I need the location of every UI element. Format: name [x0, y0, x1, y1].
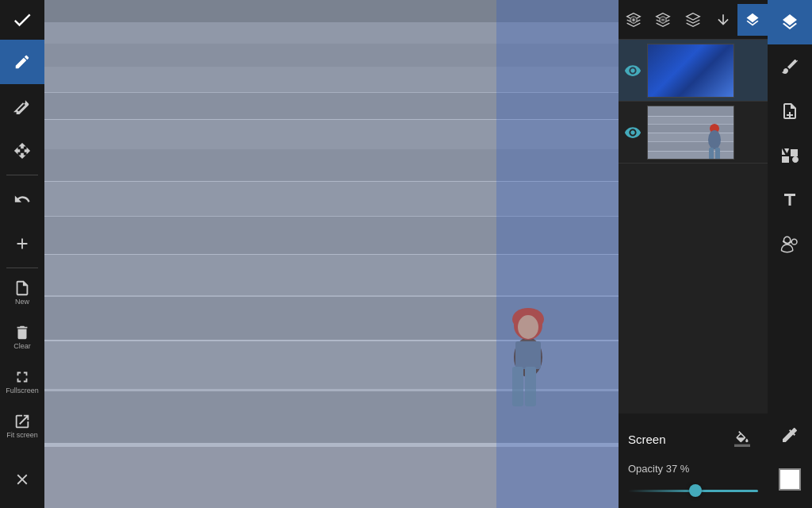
blend-mode-button[interactable] — [726, 423, 758, 455]
move-layer-down-icon — [715, 12, 731, 28]
canvas-image — [44, 0, 623, 508]
new-document-icon — [13, 279, 31, 297]
close-icon — [13, 471, 31, 488]
fitscreen-label: Fit screen — [6, 432, 38, 439]
svg-rect-53 — [715, 148, 720, 160]
brush-icon — [780, 57, 799, 76]
move-layer-down-button[interactable] — [708, 4, 738, 36]
new-button[interactable]: New — [0, 270, 44, 314]
add-button[interactable] — [0, 221, 44, 266]
confirm-button[interactable] — [0, 0, 44, 40]
layer-2-visibility-toggle[interactable] — [619, 102, 647, 164]
merge-layers-icon — [685, 12, 701, 28]
remove-layer-icon — [655, 12, 671, 28]
add-layer-button[interactable] — [619, 4, 649, 36]
move-icon — [13, 142, 31, 160]
svg-rect-35 — [525, 367, 536, 406]
layers-view-button[interactable] — [737, 4, 768, 36]
eye-icon-1 — [624, 62, 642, 79]
pen-tool-button[interactable] — [0, 40, 44, 84]
remove-layer-button[interactable] — [649, 4, 679, 36]
eraser-icon — [13, 98, 31, 115]
left-toolbar: New Clear Fullscreen Fit screen — [0, 0, 44, 508]
add-icon — [13, 235, 31, 252]
divider2 — [6, 267, 38, 268]
svg-rect-52 — [709, 148, 714, 160]
color-swatch-button[interactable] — [768, 457, 812, 502]
opacity-row: Opacity 37 % — [628, 463, 758, 475]
undo-button[interactable] — [0, 177, 44, 221]
blend-mode-area: Screen Opacity 37 % — [619, 414, 768, 508]
svg-rect-45 — [648, 124, 734, 133]
svg-rect-28 — [496, 0, 623, 508]
new-document-button[interactable] — [768, 89, 812, 133]
svg-rect-41 — [648, 141, 734, 151]
eyedropper-button[interactable] — [768, 413, 812, 457]
merge-layers-button[interactable] — [678, 4, 708, 36]
layers-panel-toggle[interactable] — [768, 0, 812, 44]
blend-mode-row: Screen — [628, 423, 758, 455]
curves-button[interactable] — [768, 222, 812, 267]
shapes-button[interactable] — [768, 133, 812, 178]
eye-icon-2 — [624, 124, 642, 141]
text-button[interactable] — [768, 178, 812, 222]
close-button[interactable] — [0, 457, 44, 502]
layers-panel: Screen Opacity 37 % — [619, 0, 768, 508]
layer-item-1[interactable] — [619, 40, 768, 102]
text-icon — [780, 190, 799, 210]
fullscreen-icon — [13, 368, 31, 386]
opacity-label: Opacity 37 % — [628, 463, 758, 475]
layer-1-visibility-toggle[interactable] — [619, 40, 647, 102]
svg-point-51 — [708, 130, 721, 149]
blend-mode-label: Screen — [628, 433, 666, 446]
layers-stack-icon — [745, 12, 760, 28]
undo-icon — [13, 190, 31, 208]
divider — [6, 175, 38, 175]
paint-bucket-icon — [734, 431, 750, 447]
svg-rect-47 — [648, 116, 734, 124]
eraser-tool-button[interactable] — [0, 84, 44, 129]
eyedropper-icon — [780, 425, 799, 444]
fitscreen-button[interactable]: Fit screen — [0, 403, 44, 448]
svg-point-32 — [518, 315, 538, 339]
add-layer-icon — [626, 12, 642, 28]
fullscreen-button[interactable]: Fullscreen — [0, 359, 44, 403]
svg-rect-34 — [512, 367, 523, 406]
fullscreen-label: Fullscreen — [6, 387, 39, 394]
fitscreen-icon — [13, 413, 31, 430]
curves-icon — [780, 235, 799, 254]
clear-icon — [13, 324, 31, 341]
clear-label: Clear — [13, 343, 31, 350]
clear-button[interactable]: Clear — [0, 314, 44, 359]
layers-toolbar — [619, 0, 768, 40]
svg-rect-49 — [648, 108, 734, 116]
opacity-slider-thumb — [689, 484, 702, 497]
layer-item-2[interactable] — [619, 102, 768, 164]
new-label: New — [15, 298, 29, 306]
canvas-area — [44, 0, 623, 508]
opacity-slider-track — [628, 490, 758, 492]
layers-icon — [780, 13, 799, 32]
svg-rect-39 — [648, 151, 734, 160]
layer-2-thumbnail — [647, 106, 734, 160]
svg-rect-43 — [648, 133, 734, 141]
move-tool-button[interactable] — [0, 129, 44, 173]
shapes-icon — [780, 146, 799, 165]
opacity-slider[interactable] — [628, 483, 758, 498]
color-swatch — [779, 468, 801, 491]
new-doc-icon — [780, 102, 799, 121]
svg-rect-33 — [515, 341, 541, 369]
right-toolbar — [768, 0, 812, 508]
brush-button[interactable] — [768, 44, 812, 89]
layer-1-thumbnail — [647, 44, 734, 98]
pen-icon — [13, 53, 31, 71]
